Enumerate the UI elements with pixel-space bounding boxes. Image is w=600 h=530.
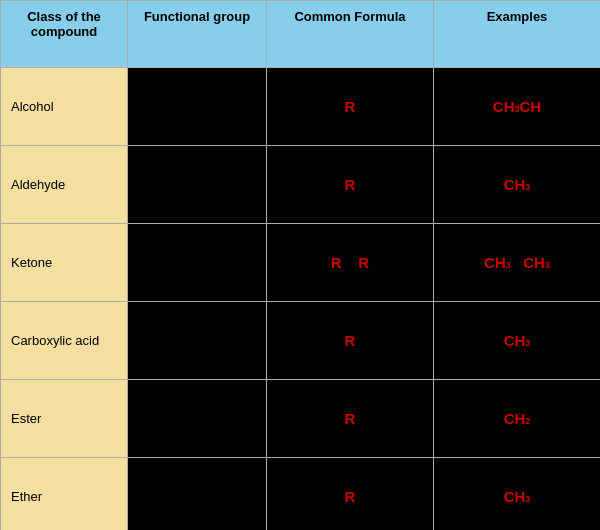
table-row: Carboxylic acid R CH3 [1,302,601,380]
chem-ether: CH3 [504,488,531,505]
func-aldehyde [128,146,267,224]
formula-ether: R [267,458,434,531]
formula-ester: R [267,380,434,458]
table-row: Ketone R R CH3 CH3 [1,224,601,302]
example-alcohol: CH3CH [434,68,601,146]
chem-ester: CH2 [504,410,531,427]
table-row: Aldehyde R CH3 [1,146,601,224]
class-alcohol: Alcohol [1,68,128,146]
example-ester: CH2 [434,380,601,458]
example-ether: CH3 [434,458,601,531]
table-row: Ether R CH3 [1,458,601,531]
func-ester [128,380,267,458]
header-class: Class of the compound [1,1,128,68]
class-ketone: Ketone [1,224,128,302]
func-carboxylic [128,302,267,380]
func-ether [128,458,267,531]
header-examples: Examples [434,1,601,68]
formula-r-aldehyde: R [345,176,356,193]
table-row: Ester R CH2 [1,380,601,458]
formula-carboxylic: R [267,302,434,380]
example-carboxylic: CH3 [434,302,601,380]
class-ester: Ester [1,380,128,458]
formula-r-ester: R [345,410,356,427]
table-row: Alcohol R CH3CH [1,68,601,146]
chem-aldehyde: CH3 [504,176,531,193]
chem-ketone: CH3 CH3 [484,254,550,271]
class-carboxylic: Carboxylic acid [1,302,128,380]
formula-alcohol: R [267,68,434,146]
func-ketone [128,224,267,302]
chem-alcohol: CH3CH [493,98,541,115]
class-ether: Ether [1,458,128,531]
header-functional: Functional group [128,1,267,68]
chem-carboxylic: CH3 [504,332,531,349]
example-ketone: CH3 CH3 [434,224,601,302]
formula-aldehyde: R [267,146,434,224]
example-aldehyde: CH3 [434,146,601,224]
class-aldehyde: Aldehyde [1,146,128,224]
formula-r-ether: R [345,488,356,505]
formula-r-alcohol: R [345,98,356,115]
formula-r-carboxylic: R [345,332,356,349]
formula-ketone: R R [267,224,434,302]
formula-r-ketone: R R [331,254,369,271]
func-alcohol [128,68,267,146]
header-formula: Common Formula [267,1,434,68]
